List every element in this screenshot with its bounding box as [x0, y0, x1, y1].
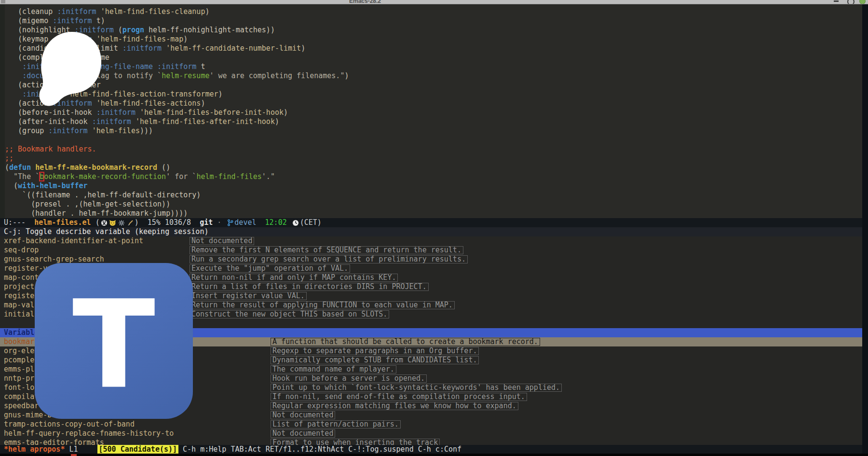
candidate-docstring: Point up to which `font-lock-syntactic-k…	[271, 384, 562, 392]
git-branch-icon	[226, 219, 234, 227]
code-line: (handler . helm-ff-bookmark-jump))))	[5, 209, 349, 218]
candidate-docstring: Not documented	[271, 429, 335, 438]
candidate-docstring: Construct the new object THIS based on S…	[190, 310, 389, 318]
modeline-separator-dot: ·	[217, 218, 221, 227]
helm-buffer-name: *helm apropos*	[4, 445, 65, 454]
cat-icon	[108, 219, 117, 227]
minibuffer-prompt-fragment	[71, 454, 77, 456]
modeline-vc-backend: git	[200, 218, 213, 227]
window-title: Emacs-28.2	[349, 0, 381, 4]
modeline-buffer-name[interactable]: helm-files.el	[34, 218, 91, 227]
modeline-position: 15% 1036/8	[148, 218, 191, 227]
helm-candidate-row[interactable]: tramp-actions-copy-out-of-bandList of pa…	[0, 420, 862, 429]
scrollbar[interactable]	[862, 4, 868, 456]
code-line: (group :initform 'helm-files)))	[5, 126, 349, 136]
minibuffer-strip	[0, 454, 868, 456]
candidate-docstring: Regular expression matching files we kno…	[271, 402, 518, 410]
modeline-code-buffer: U:--- helm-files.el ( ) 15% 1036/8 git ·…	[0, 218, 862, 227]
code-line: (action-transformer	[5, 81, 349, 90]
code-line: :initarg :completing-file-name :initform…	[5, 62, 349, 71]
candidate-name: xref-backend-identifier-at-point	[0, 236, 143, 245]
candidate-name: emms-tag-editor-formats	[0, 438, 104, 445]
lisp-circle-icon	[100, 219, 108, 227]
modeline-helm-buffer: *helm apropos* L1 [500 Candidate(s)] C-h…	[0, 445, 862, 454]
code-line: ;; Bookmark handlers.	[5, 145, 349, 154]
code-line	[5, 136, 349, 145]
candidate-name: seq-drop	[0, 246, 39, 254]
helm-candidate-row[interactable]: emms-tag-editor-formatsFormat to use whe…	[0, 438, 862, 445]
candidate-name: tramp-actions-copy-out-of-band	[0, 420, 135, 428]
candidate-docstring: Dynamically complete STUB from CANDIDATE…	[271, 356, 479, 364]
code-line: (before-init-hook :initform 'helm-find-f…	[5, 108, 349, 117]
code-line: (presel . ,(helm-get-selection))	[5, 200, 349, 209]
brush-icon	[126, 219, 135, 227]
left-fringe	[0, 4, 5, 218]
minimize-button-icon[interactable]	[834, 0, 839, 2]
modeline-timezone: (CET)	[300, 218, 322, 227]
candidate-docstring: Insert register value VAL.	[190, 292, 307, 300]
code-line: "The `bookmark-make-record-function' for…	[5, 172, 349, 181]
blue-card-overlay: T	[35, 263, 193, 419]
emacs-frame: Emacs-28.2 (cleanup :initform 'helm-find…	[0, 0, 868, 456]
candidate-docstring: Not documented	[190, 237, 254, 245]
candidate-docstring: Not documented	[271, 411, 335, 419]
modeline-paren: (	[95, 218, 100, 227]
code-line: (completing-file-name	[5, 53, 349, 62]
helm-candidate-row[interactable]: helm-ff-query-replace-fnames-history-toN…	[0, 429, 862, 438]
close-button-icon[interactable]	[859, 0, 866, 4]
candidate-docstring: Return the result of applying FUNCTION t…	[190, 301, 455, 309]
candidate-docstring: Format to use when inserting the track	[271, 439, 440, 445]
candidate-name: gnus-search-grep-search	[0, 255, 104, 263]
candidate-docstring: Remove the first N elements of SEQUENCE …	[190, 246, 463, 254]
code-line: :documentation "Flag to notify `helm-res…	[5, 71, 349, 81]
helm-candidate-row[interactable]: seq-dropRemove the first N elements of S…	[0, 246, 862, 255]
modeline-clock-time: 12:02	[265, 218, 287, 227]
candidate-count-badge: [500 Candidate(s)]	[97, 445, 179, 454]
candidate-docstring: If non-nil, send end-of-file as compilat…	[271, 393, 527, 401]
candidate-docstring: The command name of mplayer.	[271, 365, 396, 373]
code-line: (defun helm-ff-make-bookmark-record ()	[5, 163, 349, 172]
modeline-paren-close: )	[135, 218, 139, 227]
candidate-name: helm-ff-query-replace-fnames-history-to	[0, 429, 174, 438]
candidate-docstring: Regexp to separate paragraphs in an Org …	[271, 347, 479, 355]
candidate-docstring: Execute the "jump" operation of VAL.	[190, 264, 350, 273]
code-buffer-helm-files[interactable]: (cleanup :initform 'helm-find-files-clea…	[0, 4, 862, 218]
code-line: (nohighlight :initform (progn helm-ff-no…	[5, 26, 349, 35]
letter-t-overlay: T	[72, 284, 155, 406]
helm-header-line: C-j: Toggle describe variable (keeping s…	[0, 227, 862, 236]
helm-candidate-row[interactable]: xref-backend-identifier-at-pointNot docu…	[0, 236, 862, 246]
candidate-docstring: Return non-nil if and only if MAP contai…	[190, 274, 398, 282]
code-lines: (cleanup :initform 'helm-find-files-clea…	[5, 7, 349, 218]
candidate-docstring: Run a secondary grep search over a list …	[190, 255, 468, 263]
modeline-branch-name[interactable]: devel	[234, 218, 256, 227]
code-line: :initform 'helm-find-files-action-transf…	[5, 90, 349, 99]
helm-keybinding-hints: C-h m:Help TAB:Act RET/f1..f12:NthAct C-…	[183, 445, 461, 454]
helm-line-indicator: L1	[69, 445, 78, 454]
code-line: `((filename . ,helm-ff-default-directory…	[5, 191, 349, 200]
snowflake-icon	[117, 219, 126, 227]
text-cursor: b	[40, 172, 44, 181]
candidate-docstring: Return a list of files in directories DI…	[190, 283, 429, 291]
candidate-docstring: Hook run before a server is opened.	[271, 374, 427, 383]
maximize-button-icon[interactable]	[847, 0, 854, 4]
clock-icon	[291, 219, 300, 227]
code-line: (action :initform 'helm-find-files-actio…	[5, 99, 349, 108]
titlebar[interactable]: Emacs-28.2	[0, 0, 868, 4]
code-line: (candidate-number-limit :initform 'helm-…	[5, 44, 349, 53]
code-line: (with-helm-buffer	[5, 181, 349, 191]
code-line: (keymap :initform 'helm-find-files-map)	[5, 35, 349, 44]
code-line: (after-init-hook :initform 'helm-find-fi…	[5, 117, 349, 126]
titlebar-corner-notch	[1, 0, 5, 3]
modeline-owner-flags: U:---	[4, 218, 26, 227]
code-line: ;;	[5, 154, 349, 163]
candidate-docstring: A function that should be called to crea…	[271, 338, 540, 346]
candidate-docstring: List of pattern/action pairs.	[271, 420, 401, 428]
code-line: (cleanup :initform 'helm-find-files-clea…	[5, 7, 349, 16]
code-line: (migemo :initform t)	[5, 16, 349, 26]
